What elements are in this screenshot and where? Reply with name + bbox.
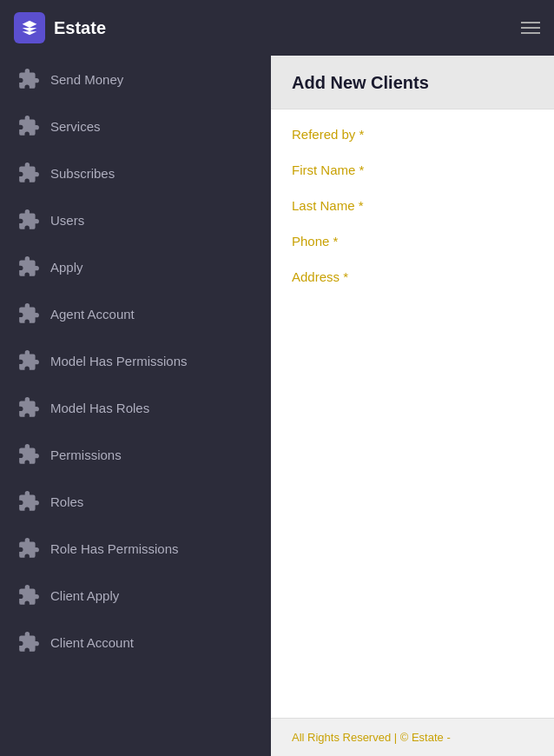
puzzle-icon-send-money bbox=[17, 68, 40, 90]
sidebar-item-users[interactable]: Users bbox=[0, 196, 271, 243]
sidebar-label-role-has-permissions: Role Has Permissions bbox=[50, 541, 179, 556]
sidebar-label-model-has-roles: Model Has Roles bbox=[50, 401, 149, 415]
sidebar-label-services: Services bbox=[50, 119, 101, 134]
sidebar-label-roles: Roles bbox=[50, 494, 83, 509]
puzzle-icon-users bbox=[17, 209, 40, 231]
puzzle-icon-role-has-permissions bbox=[17, 537, 40, 560]
top-nav: Estate bbox=[0, 0, 554, 56]
content-header: Add New Clients bbox=[271, 56, 554, 109]
sidebar-label-users: Users bbox=[50, 213, 84, 228]
sidebar-label-model-has-permissions: Model Has Permissions bbox=[50, 354, 188, 368]
puzzle-icon-services bbox=[17, 115, 40, 137]
sidebar-label-apply: Apply bbox=[50, 260, 83, 275]
sidebar-label-permissions: Permissions bbox=[50, 448, 122, 462]
puzzle-icon-subscribes bbox=[17, 162, 40, 184]
content-area: Add New Clients Refered by *First Name *… bbox=[271, 56, 554, 756]
sidebar-item-client-account[interactable]: Client Account bbox=[0, 619, 271, 666]
sidebar: Send Money Services Subscribes Users App… bbox=[0, 56, 271, 756]
sidebar-label-client-apply: Client Apply bbox=[50, 588, 119, 603]
sidebar-item-apply[interactable]: Apply bbox=[0, 243, 271, 290]
puzzle-icon-client-account bbox=[17, 631, 40, 653]
main-layout: Send Money Services Subscribes Users App… bbox=[0, 56, 554, 756]
puzzle-icon-apply bbox=[17, 255, 40, 278]
sidebar-label-agent-account: Agent Account bbox=[50, 307, 135, 322]
sidebar-label-client-account: Client Account bbox=[50, 635, 134, 650]
form-label-phone: Phone * bbox=[292, 234, 533, 249]
sidebar-item-services[interactable]: Services bbox=[0, 103, 271, 149]
sidebar-item-subscribes[interactable]: Subscribes bbox=[0, 149, 271, 196]
page-title: Add New Clients bbox=[292, 73, 533, 93]
puzzle-icon-permissions bbox=[17, 443, 40, 466]
sidebar-item-roles[interactable]: Roles bbox=[0, 478, 271, 525]
form-field-refered-by: Refered by * bbox=[292, 127, 533, 142]
sidebar-label-subscribes: Subscribes bbox=[50, 166, 115, 181]
form-field-phone: Phone * bbox=[292, 234, 533, 249]
sidebar-item-model-has-permissions[interactable]: Model Has Permissions bbox=[0, 337, 271, 384]
logo-icon bbox=[14, 12, 45, 43]
puzzle-icon-client-apply bbox=[17, 584, 40, 607]
form-field-last-name: Last Name * bbox=[292, 198, 533, 213]
form-field-first-name: First Name * bbox=[292, 162, 533, 177]
sidebar-item-agent-account[interactable]: Agent Account bbox=[0, 290, 271, 337]
form-field-address: Address * bbox=[292, 269, 533, 284]
sidebar-item-permissions[interactable]: Permissions bbox=[0, 431, 271, 478]
puzzle-icon-model-has-permissions bbox=[17, 349, 40, 372]
sidebar-item-role-has-permissions[interactable]: Role Has Permissions bbox=[0, 525, 271, 572]
puzzle-icon-roles bbox=[17, 490, 40, 513]
footer-text: All Rights Reserved | © Estate - bbox=[292, 731, 451, 744]
footer: All Rights Reserved | © Estate - bbox=[271, 718, 554, 756]
sidebar-item-send-money[interactable]: Send Money bbox=[0, 56, 271, 103]
form-label-address: Address * bbox=[292, 269, 533, 284]
form-label-first-name: First Name * bbox=[292, 162, 533, 177]
form-label-last-name: Last Name * bbox=[292, 198, 533, 213]
sidebar-label-send-money: Send Money bbox=[50, 72, 123, 87]
puzzle-icon-agent-account bbox=[17, 302, 40, 325]
puzzle-icon-model-has-roles bbox=[17, 396, 40, 419]
app-title: Estate bbox=[54, 18, 106, 38]
logo-area: Estate bbox=[14, 12, 106, 43]
sidebar-item-client-apply[interactable]: Client Apply bbox=[0, 572, 271, 619]
form-area: Refered by *First Name *Last Name *Phone… bbox=[271, 109, 554, 718]
hamburger-menu[interactable] bbox=[521, 22, 540, 34]
sidebar-item-model-has-roles[interactable]: Model Has Roles bbox=[0, 384, 271, 431]
form-label-refered-by: Refered by * bbox=[292, 127, 533, 142]
